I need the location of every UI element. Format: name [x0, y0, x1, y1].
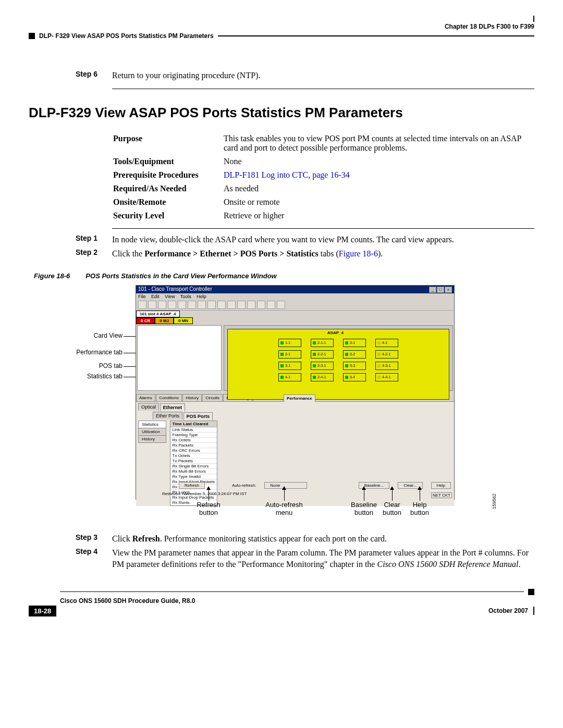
callout-refresh: Refresh button	[190, 501, 227, 516]
purpose-label: Purpose	[113, 132, 223, 154]
alarm-mn: 0 MN	[174, 317, 193, 324]
footer-date: October 2007	[488, 607, 528, 614]
tab-pos-ports: POS Ports	[183, 412, 213, 420]
step3-text: Click Refresh. Performance monitoring st…	[112, 533, 534, 545]
callout-performance-tab: Performance tab	[60, 349, 123, 356]
netckt-label: NET CKT	[431, 492, 452, 498]
chapter-header: Chapter 18 DLPs F300 to F399	[29, 23, 534, 30]
alarm-mj: 0 MJ	[155, 317, 174, 324]
divider	[112, 89, 534, 89]
callout-pos-tab: POS tab	[60, 362, 123, 369]
figure-ref-link[interactable]: Figure 18-6	[339, 249, 378, 258]
step2-text: Click the Performance > Ethernet > POS P…	[112, 248, 534, 260]
figure-caption: Figure 18-6POS Ports Statistics in the C…	[34, 272, 534, 280]
purpose-text: This task enables you to view POS port P…	[224, 132, 533, 154]
slot-name: 101 slot 4 ASAP_4	[136, 311, 180, 317]
divider	[112, 228, 534, 229]
onsite-text: Onsite or remote	[224, 196, 533, 208]
callout-baseline: Baseline button	[346, 501, 382, 516]
step1-text: In node view, double-click the ASAP card…	[112, 234, 534, 245]
footer-tick-icon	[533, 607, 534, 615]
figure-id: 159562	[492, 493, 497, 509]
prereq-link[interactable]: DLP-F181 Log into CTC, page 16-34	[224, 170, 350, 179]
window-title: 101 - Cisco Transport Controller	[138, 286, 212, 293]
callout-clear: Clear button	[379, 501, 405, 516]
step1-label: Step 1	[76, 234, 112, 245]
step2-label: Step 2	[76, 248, 112, 260]
onsite-label: Onsite/Remote	[113, 196, 223, 208]
footer-square-icon	[528, 589, 534, 595]
meta-table: Purpose This task enables you to view PO…	[112, 131, 534, 223]
prereq-label: Prerequisite Procedures	[113, 169, 223, 181]
tab-statistics: Statistics	[138, 421, 166, 428]
window-controls[interactable]: _□×	[429, 286, 452, 293]
security-text: Retrieve or higher	[224, 209, 533, 222]
help-button[interactable]: Help	[431, 482, 451, 489]
tools-label: Tools/Equipment	[113, 155, 223, 168]
step6-text: Return to your originating procedure (NT…	[112, 70, 534, 81]
required-text: As needed	[224, 182, 533, 195]
step4-label: Step 4	[76, 547, 112, 570]
card-view-pane	[137, 325, 222, 391]
menu-bar[interactable]: File Edit View Tools Help	[136, 293, 454, 300]
chassis: ASAP_4 1-1 2-1 3-1 4-1 2-1-1 2-2-1 2-3-1…	[227, 329, 449, 400]
step6-label: Step 6	[76, 70, 112, 81]
tools-text: None	[224, 155, 533, 168]
tab-performance: Performance	[284, 394, 315, 402]
retrieved-label: Retrieved: November 5, 2006 3:24:07 PM I…	[162, 491, 247, 496]
page-number: 18-28	[29, 606, 56, 616]
ctc-window: 101 - Cisco Transport Controller _□× Fil…	[136, 285, 455, 500]
page-title: DLP-F329 View ASAP POS Ports Statistics …	[29, 105, 534, 121]
callout-statistics-tab: Statistics tab	[60, 373, 123, 380]
required-label: Required/As Needed	[113, 182, 223, 195]
refresh-button[interactable]: Refresh	[179, 482, 205, 489]
callout-auto-refresh: Auto-refresh menu	[261, 501, 308, 516]
figure: Card View Performance tab POS tab Statis…	[60, 285, 487, 514]
header-square	[29, 33, 35, 39]
toolbar[interactable]	[136, 300, 454, 311]
section-header: DLP- F329 View ASAP POS Ports Statistics…	[39, 32, 214, 40]
callout-card-view: Card View	[60, 332, 123, 339]
step3-label: Step 3	[76, 533, 112, 545]
callout-help: Help button	[407, 501, 433, 516]
guide-title: Cisco ONS 15600 SDH Procedure Guide, R8.…	[29, 597, 534, 604]
security-label: Security Level	[113, 209, 223, 222]
alarm-cr: 0 CR	[136, 317, 155, 324]
step4-text: View the PM parameter names that appear …	[112, 547, 534, 570]
